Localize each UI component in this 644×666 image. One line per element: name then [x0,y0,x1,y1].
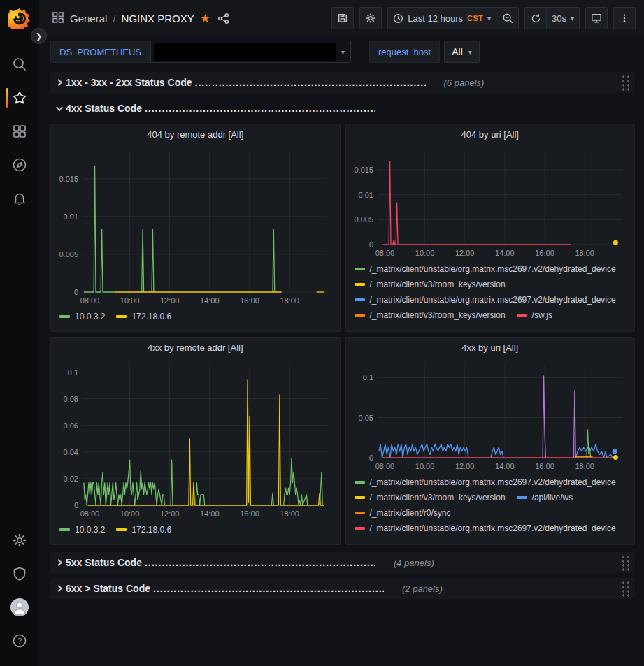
panel-title[interactable]: 404 by uri [All] [346,124,635,144]
svg-text:0.015: 0.015 [59,175,78,183]
sidebar-item-alerting[interactable] [0,182,39,215]
svg-text:14:00: 14:00 [200,296,220,305]
legend-item[interactable]: /_matrix/client/r0/sync [355,507,451,519]
svg-text:14:00: 14:00 [495,249,515,257]
svg-text:12:00: 12:00 [160,296,180,305]
favorite-star-icon[interactable]: ★ [200,13,210,24]
legend-item[interactable]: 10.0.3.2 [59,310,105,322]
refresh-interval-picker[interactable]: 30s ▾ [547,7,580,29]
legend-label: /_matrix/client/unstable/org.matrix.msc2… [370,523,616,533]
datasource-variable-label[interactable]: DS_PROMETHEUS [50,41,150,63]
svg-text:12:00: 12:00 [160,509,180,518]
sidebar: ? [0,0,39,666]
chevron-right-icon [53,584,66,593]
legend-item[interactable]: /api/live/ws [517,491,573,503]
sidebar-item-search[interactable] [0,48,39,81]
row-title: 5xx Status Code [66,557,142,568]
row-title-leader: ........................................… [195,77,426,88]
row-header-4xx[interactable]: 4xx Status Code ........................… [50,98,635,119]
sidebar-item-dashboards[interactable] [0,115,39,148]
request-host-variable-select[interactable]: All ▾ [444,41,480,63]
chart-area: 08:0010:0012:0014:0016:0018:0000.050.1 [346,357,635,472]
panel-legend: 10.0.3.2172.18.0.6 [51,519,340,543]
request-host-variable-label[interactable]: request_host [369,41,440,63]
time-range-picker[interactable]: Last 12 hours CST ▾ [387,7,496,29]
dashboard-settings-button[interactable] [359,7,382,29]
legend-item[interactable]: 172.18.0.6 [116,310,171,322]
timeseries-chart[interactable]: 08:0010:0012:0014:0016:0018:0000.0050.01… [349,144,630,259]
legend-label: 10.0.3.2 [75,312,105,321]
svg-text:08:00: 08:00 [375,249,394,257]
panel-title[interactable]: 4xx by remote addr [All] [51,338,340,357]
row-header-5xx[interactable]: 5xx Status Code ........................… [50,552,635,573]
timeseries-chart[interactable]: 08:0010:0012:0014:0016:0018:0000.0050.01… [54,144,335,306]
row-header-6xx[interactable]: 6xx > Status Code ......................… [50,578,635,599]
row-header-1xx[interactable]: 1xx - 3xx - 2xx Status Code ............… [50,72,635,93]
timeseries-chart[interactable]: 08:0010:0012:0014:0016:0018:0000.050.1 [349,357,630,472]
sidebar-expand-button[interactable]: ❯ [31,28,47,44]
legend-item[interactable]: /sw.js [517,309,552,321]
legend-item[interactable]: 10.0.3.2 [59,523,105,535]
tv-mode-button[interactable] [585,7,608,29]
legend-item[interactable]: /_matrix/client/unstable/org.matrix.msc2… [355,522,616,534]
search-icon [12,57,27,72]
legend-item[interactable]: /_matrix/client/v3/room_keys/version [355,278,506,290]
legend-item[interactable]: /_matrix/client/unstable/org.matrix.msc2… [355,294,616,305]
legend-item[interactable]: /_matrix/client/unstable/org.matrix.msc2… [355,476,616,488]
sidebar-item-explore[interactable] [0,148,39,182]
legend-item[interactable]: /_matrix/client/v3/room_keys/version [355,491,506,503]
dashboard-title[interactable]: NGINX PROXY [122,13,194,24]
monitor-icon [591,13,602,24]
more-options-button[interactable] [613,7,636,29]
breadcrumb: General / NGINX PROXY ★ [52,11,229,26]
zoom-out-time-button[interactable] [496,7,519,29]
shield-icon [12,566,27,581]
svg-text:18:00: 18:00 [280,509,299,518]
row-drag-handle[interactable] [620,74,631,91]
sidebar-item-profile[interactable] [0,591,39,624]
gear-icon [12,533,27,548]
sidebar-item-server-admin[interactable] [0,557,39,591]
row-title-leader: ........................................… [145,557,375,568]
chevron-down-icon: ▾ [468,48,472,56]
row-drag-handle[interactable] [620,554,631,571]
svg-text:0.015: 0.015 [354,166,373,174]
legend-swatch-icon [355,527,365,530]
zoom-out-icon [502,13,513,24]
gear-icon [365,13,376,24]
svg-text:12:00: 12:00 [455,462,474,470]
sidebar-item-help[interactable]: ? [0,624,39,658]
bell-icon [12,191,27,206]
dashboard-grid-icon[interactable] [52,11,64,26]
panels-grid: 404 by remote addr [All] 08:0010:0012:00… [50,124,635,545]
row-panel-count: (2 panels) [402,584,443,594]
panel-title[interactable]: 404 by remote addr [All] [51,124,340,144]
breadcrumb-folder[interactable]: General [70,13,107,24]
panel-legend: 10.0.3.2172.18.0.6 [51,306,340,330]
legend-label: /_matrix/client/unstable/org.matrix.msc2… [370,477,616,487]
legend-label: /api/live/ws [532,493,573,502]
svg-text:18:00: 18:00 [575,249,594,257]
legend-item[interactable]: /_matrix/client/v3/room_keys/version [355,309,506,321]
chevron-down-icon: ▾ [487,15,491,22]
share-icon[interactable] [217,13,229,24]
row-drag-handle[interactable] [620,580,631,597]
refresh-button[interactable] [524,7,547,29]
svg-text:0: 0 [368,240,373,249]
legend-item[interactable]: 172.18.0.6 [116,523,171,535]
panel-title[interactable]: 4xx by uri [All] [346,338,635,357]
sidebar-item-configuration[interactable] [0,523,39,557]
save-dashboard-button[interactable] [331,7,354,29]
row-title: 6xx > Status Code [66,583,150,594]
svg-text:0.1: 0.1 [362,373,373,382]
svg-text:0.005: 0.005 [354,215,373,224]
legend-item[interactable]: /_matrix/client/unstable/org.matrix.msc2… [355,263,616,275]
kebab-menu-icon [620,13,629,24]
legend-label: 172.18.0.6 [131,312,171,321]
timeseries-chart[interactable]: 08:0010:0012:0014:0016:0018:0000.020.040… [54,357,335,519]
grafana-logo[interactable] [8,7,31,29]
legend-label: /_matrix/client/unstable/org.matrix.msc2… [370,264,616,274]
legend-swatch-icon [355,298,365,301]
sidebar-item-starred[interactable] [0,81,39,115]
datasource-variable-select[interactable]: ▾ [150,41,351,63]
